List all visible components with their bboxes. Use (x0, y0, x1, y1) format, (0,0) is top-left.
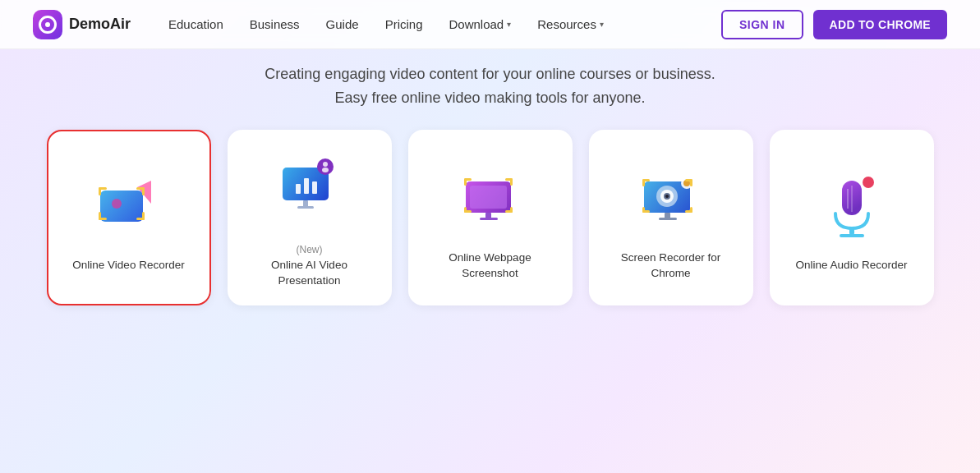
nav-item-resources[interactable]: Resources ▾ (526, 11, 615, 38)
svg-rect-8 (99, 212, 101, 220)
svg-rect-4 (99, 187, 101, 195)
svg-rect-22 (485, 213, 491, 218)
svg-rect-21 (470, 186, 507, 209)
navbar: DemoAir Education Business Guide Pricing… (0, 0, 980, 49)
svg-rect-50 (840, 234, 864, 237)
svg-rect-14 (312, 181, 317, 194)
navbar-nav: Education Business Guide Pricing Downloa… (157, 11, 721, 38)
svg-point-2 (112, 199, 122, 209)
nav-item-education[interactable]: Education (157, 11, 235, 38)
nav-item-guide[interactable]: Guide (315, 11, 370, 38)
audio-recorder-icon (811, 164, 893, 246)
svg-rect-29 (464, 207, 467, 213)
svg-rect-49 (849, 227, 854, 235)
card-label: (New) Online AI Video Presentation (241, 243, 379, 290)
card-online-video-recorder[interactable]: Online Video Recorder (47, 130, 211, 306)
cards-section: Online Video Recorder (0, 130, 980, 306)
navbar-actions: SIGN IN ADD TO CHROME (721, 10, 947, 39)
svg-point-19 (322, 168, 329, 172)
svg-rect-10 (142, 212, 145, 220)
svg-point-18 (323, 162, 328, 167)
svg-rect-23 (480, 218, 498, 220)
svg-rect-13 (304, 178, 309, 194)
hero-line1: Creating engaging video content for your… (16, 62, 964, 86)
add-to-chrome-button[interactable]: ADD TO CHROME (813, 10, 947, 39)
card-label: Online Video Recorder (72, 258, 184, 273)
nav-item-pricing[interactable]: Pricing (374, 11, 435, 38)
svg-rect-6 (142, 187, 145, 195)
hero-section: Creating engaging video content for your… (0, 49, 980, 130)
ai-presentation-icon (269, 149, 351, 232)
screen-recorder-icon (630, 157, 712, 239)
signin-button[interactable]: SIGN IN (721, 10, 803, 39)
svg-rect-42 (642, 179, 645, 186)
nav-item-business[interactable]: Business (238, 11, 311, 38)
webpage-screenshot-icon (449, 157, 531, 239)
nav-item-download[interactable]: Download ▾ (438, 11, 523, 38)
svg-rect-48 (690, 207, 692, 213)
logo[interactable]: DemoAir (33, 10, 131, 39)
svg-rect-0 (100, 191, 143, 222)
hero-line2: Easy free online video making tools for … (16, 86, 964, 110)
card-label: Online Audio Recorder (796, 258, 908, 273)
svg-rect-44 (690, 179, 692, 186)
logo-icon (33, 10, 62, 39)
card-screen-recorder-chrome[interactable]: Screen Recorder for Chrome (589, 130, 753, 306)
chevron-down-icon: ▾ (600, 20, 604, 29)
svg-point-54 (863, 177, 874, 188)
svg-rect-31 (510, 207, 513, 213)
card-label: Online Webpage Screenshot (421, 250, 559, 282)
svg-rect-15 (303, 200, 308, 207)
chevron-down-icon: ▾ (507, 20, 511, 29)
card-online-ai-video-presentation[interactable]: (New) Online AI Video Presentation (228, 130, 392, 306)
svg-rect-39 (665, 213, 670, 218)
svg-rect-46 (642, 207, 645, 213)
svg-point-36 (665, 195, 669, 198)
svg-rect-27 (510, 178, 513, 186)
svg-rect-40 (659, 218, 677, 220)
card-online-webpage-screenshot[interactable]: Online Webpage Screenshot (408, 130, 573, 306)
logo-text: DemoAir (69, 16, 131, 33)
video-recorder-icon (88, 164, 170, 246)
svg-rect-25 (464, 178, 467, 186)
card-online-audio-recorder[interactable]: Online Audio Recorder (770, 130, 934, 306)
svg-rect-16 (297, 206, 314, 209)
card-label: Screen Recorder for Chrome (602, 250, 740, 282)
svg-rect-12 (296, 184, 301, 194)
